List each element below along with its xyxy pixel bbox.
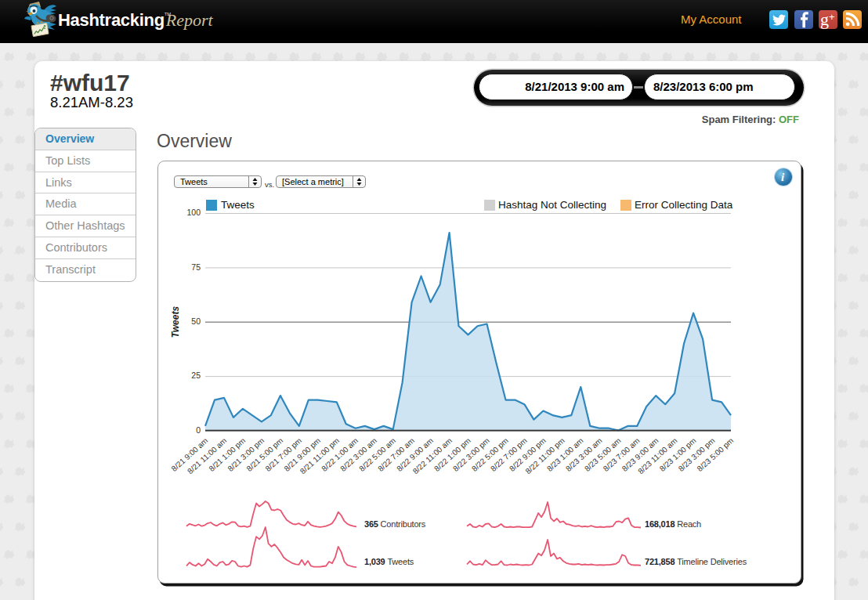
svg-text:25: 25 (191, 370, 201, 380)
svg-text:721,858 Timeline Deliveries: 721,858 Timeline Deliveries (645, 557, 747, 566)
svg-text:1,039 Tweets: 1,039 Tweets (364, 557, 414, 566)
svg-text:Tweets: Tweets (170, 306, 181, 338)
svg-text:50: 50 (191, 316, 201, 326)
svg-text:168,018 Reach: 168,018 Reach (645, 519, 701, 529)
svg-text:75: 75 (191, 262, 201, 272)
svg-text:100: 100 (186, 208, 201, 217)
svg-text:0: 0 (196, 425, 201, 435)
svg-text:365 Contributors: 365 Contributors (364, 519, 426, 529)
